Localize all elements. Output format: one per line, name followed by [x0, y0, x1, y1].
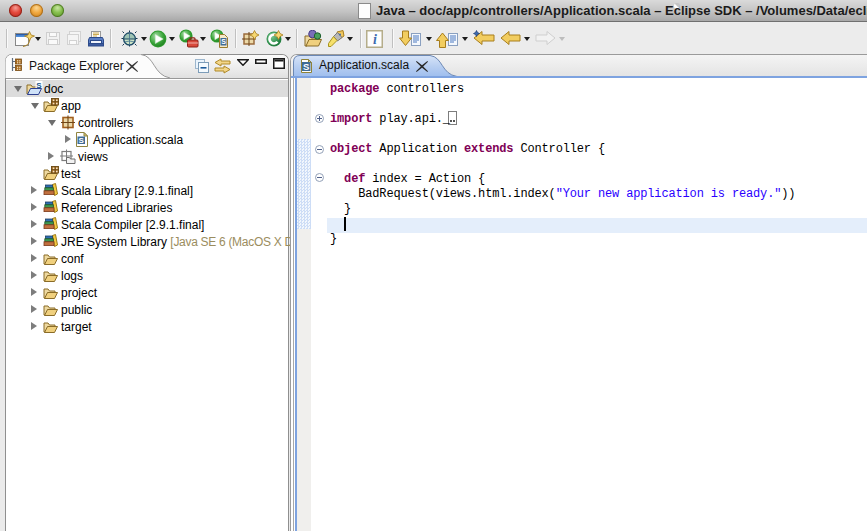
svg-text:S: S — [221, 38, 226, 45]
svg-text:S: S — [36, 81, 42, 90]
svg-text:S: S — [303, 61, 309, 72]
svg-text:i: i — [373, 32, 377, 47]
svg-text:S: S — [79, 136, 85, 145]
